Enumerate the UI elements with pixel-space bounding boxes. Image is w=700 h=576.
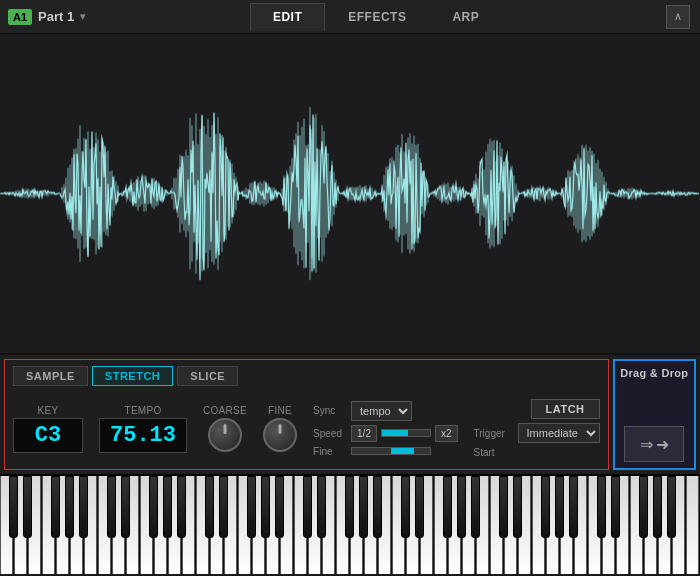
trigger-row: Trigger Immediate Next Bar Next Beat	[474, 423, 600, 443]
fine-param: Fine	[263, 405, 297, 452]
black-key[interactable]	[79, 476, 88, 538]
key-param: Key C3	[13, 405, 83, 453]
black-key[interactable]	[499, 476, 508, 538]
arrow-right2-icon: ➜	[656, 435, 669, 454]
x2-btn[interactable]: x2	[435, 425, 458, 442]
fine-slider[interactable]	[351, 447, 431, 455]
track-badge: A1	[8, 9, 32, 25]
start-row: Start	[474, 447, 600, 458]
speed-controls: 1/2 x2	[351, 425, 457, 442]
tab-slice[interactable]: SLICE	[177, 366, 238, 386]
chevron-down-icon[interactable]: ▾	[80, 10, 86, 23]
black-key[interactable]	[443, 476, 452, 538]
black-key[interactable]	[177, 476, 186, 538]
speed-slider[interactable]	[381, 429, 431, 437]
tab-stretch[interactable]: STRETCH	[92, 366, 173, 386]
piano-keys	[0, 476, 700, 574]
black-key[interactable]	[457, 476, 466, 538]
logo-icon: ∧	[666, 5, 690, 29]
controls-main: SAMPLE STRETCH SLICE Key C3 Tempo 75.13 …	[4, 359, 609, 470]
tempo-label: Tempo	[124, 405, 161, 416]
top-bar: A1 Part 1 ▾ EDIT EFFECTS ARP ∧	[0, 0, 700, 34]
sync-label: Sync	[313, 405, 345, 416]
drag-drop-panel: Drag & Drop ⇒ ➜	[613, 359, 696, 470]
trigger-select[interactable]: Immediate Next Bar Next Beat	[518, 423, 600, 443]
tab-effects[interactable]: EFFECTS	[325, 3, 429, 31]
black-key[interactable]	[107, 476, 116, 538]
key-value[interactable]: C3	[13, 418, 83, 453]
black-key[interactable]	[205, 476, 214, 538]
coarse-label: Coarse	[203, 405, 247, 416]
black-key[interactable]	[149, 476, 158, 538]
black-key[interactable]	[121, 476, 130, 538]
tempo-param: Tempo 75.13	[99, 405, 187, 453]
latch-button[interactable]: LATCH	[531, 399, 600, 419]
black-key[interactable]	[611, 476, 620, 538]
black-key[interactable]	[275, 476, 284, 538]
black-key[interactable]	[345, 476, 354, 538]
tab-edit[interactable]: EDIT	[250, 3, 325, 31]
black-key[interactable]	[261, 476, 270, 538]
waveform-canvas	[0, 34, 700, 353]
black-key[interactable]	[23, 476, 32, 538]
white-key[interactable]	[686, 476, 699, 574]
sync-block: Sync tempo free host Speed 1/2 x2	[313, 401, 457, 457]
track-name: Part 1	[38, 9, 74, 24]
black-key[interactable]	[303, 476, 312, 538]
tab-sample[interactable]: SAMPLE	[13, 366, 88, 386]
controls-area: SAMPLE STRETCH SLICE Key C3 Tempo 75.13 …	[0, 354, 700, 474]
black-key[interactable]	[9, 476, 18, 538]
black-key[interactable]	[317, 476, 326, 538]
fine-knob[interactable]	[263, 418, 297, 452]
black-key[interactable]	[163, 476, 172, 538]
black-key[interactable]	[541, 476, 550, 538]
half-speed-btn[interactable]: 1/2	[351, 425, 377, 442]
key-label: Key	[38, 405, 59, 416]
tempo-value[interactable]: 75.13	[99, 418, 187, 453]
coarse-knob[interactable]	[208, 418, 242, 452]
black-key[interactable]	[667, 476, 676, 538]
top-bar-left: A1 Part 1 ▾	[0, 9, 86, 25]
black-key[interactable]	[247, 476, 256, 538]
top-bar-right: ∧	[666, 5, 700, 29]
trigger-label: Trigger	[474, 428, 512, 439]
top-tabs: EDIT EFFECTS ARP	[250, 3, 502, 31]
black-key[interactable]	[219, 476, 228, 538]
black-key[interactable]	[415, 476, 424, 538]
black-key[interactable]	[359, 476, 368, 538]
drag-drop-button[interactable]: ⇒ ➜	[624, 426, 684, 462]
black-key[interactable]	[555, 476, 564, 538]
black-key[interactable]	[639, 476, 648, 538]
sync-select[interactable]: tempo free host	[351, 401, 412, 421]
black-key[interactable]	[569, 476, 578, 538]
fine-label: Fine	[268, 405, 292, 416]
coarse-param: Coarse	[203, 405, 247, 452]
fine-row: Fine	[313, 446, 457, 457]
fine-row-label: Fine	[313, 446, 345, 457]
params-row: Key C3 Tempo 75.13 Coarse Fine Sync	[13, 394, 600, 463]
drag-drop-label: Drag & Drop	[620, 367, 688, 379]
tab-arp[interactable]: ARP	[429, 3, 502, 31]
speed-label: Speed	[313, 428, 345, 439]
arrow-right-icon: ⇒	[640, 435, 653, 454]
black-key[interactable]	[597, 476, 606, 538]
black-key[interactable]	[373, 476, 382, 538]
black-key[interactable]	[51, 476, 60, 538]
speed-row: Speed 1/2 x2	[313, 425, 457, 442]
black-key[interactable]	[471, 476, 480, 538]
black-key[interactable]	[65, 476, 74, 538]
start-label: Start	[474, 447, 495, 458]
trigger-block: LATCH Trigger Immediate Next Bar Next Be…	[474, 399, 600, 458]
black-key[interactable]	[401, 476, 410, 538]
black-key[interactable]	[513, 476, 522, 538]
sync-row: Sync tempo free host	[313, 401, 457, 421]
piano-area	[0, 474, 700, 574]
control-tabs: SAMPLE STRETCH SLICE	[13, 366, 600, 386]
black-key[interactable]	[653, 476, 662, 538]
waveform-area	[0, 34, 700, 354]
